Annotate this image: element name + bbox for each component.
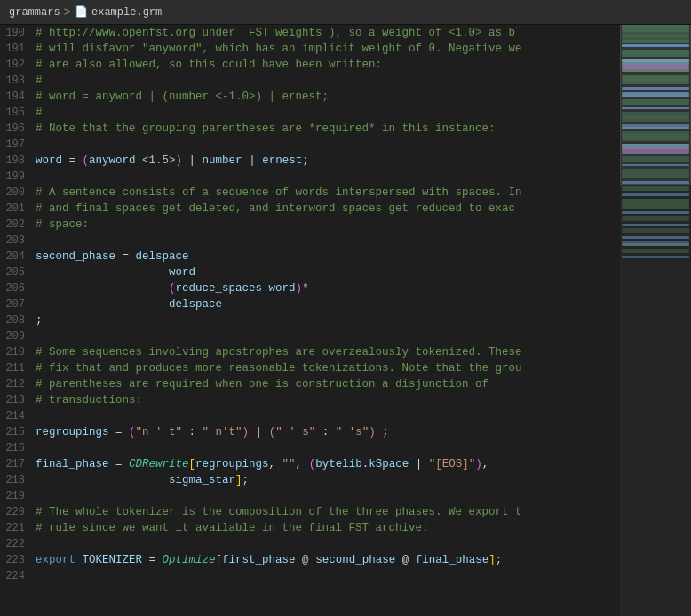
table-row: 196 # Note that the grouping parentheses…: [0, 121, 620, 137]
table-row: 224: [0, 568, 620, 584]
minimap-line: [622, 82, 689, 84]
minimap-line: [622, 102, 689, 105]
minimap-line: [622, 181, 689, 184]
table-row: 220 # The whole tokenizer is the composi…: [0, 504, 620, 520]
breadcrumb-separator: >: [64, 5, 71, 20]
titlebar: grammars > 📄 example.grm: [0, 0, 691, 25]
code-lines: 190 # http://www.openfst.org under FST w…: [0, 25, 620, 616]
minimap[interactable]: [620, 25, 691, 616]
code-editor[interactable]: 190 # http://www.openfst.org under FST w…: [0, 25, 620, 616]
minimap-line: [622, 40, 689, 43]
table-row: 197: [0, 137, 620, 153]
folder-name: grammars: [9, 6, 60, 19]
table-row: 201 # and final spaces get deleted, and …: [0, 201, 620, 217]
minimap-line: [622, 258, 689, 261]
table-row: 218 sigma_star];: [0, 472, 620, 488]
minimap-line: [622, 159, 689, 162]
table-row: 210 # Some sequences involving apostroph…: [0, 344, 620, 360]
table-row: 213 # transductions:: [0, 392, 620, 408]
minimap-line: [622, 107, 689, 109]
filename: example.grm: [91, 6, 162, 19]
table-row: 223 export TOKENIZER = Optimize[first_ph…: [0, 552, 620, 568]
minimap-line: [622, 69, 689, 72]
minimap-line: [622, 87, 689, 90]
table-row: 212 # parentheses are required when one …: [0, 376, 620, 392]
table-row: 219: [0, 488, 620, 504]
minimap-line: [622, 177, 689, 179]
minimap-line: [622, 193, 689, 196]
table-row: 217 final_phase = CDRewrite[regroupings,…: [0, 456, 620, 472]
table-row: 207 delspace: [0, 296, 620, 312]
table-row: 209: [0, 328, 620, 344]
minimap-line: [622, 251, 689, 254]
table-row: 198 word = (anyword <1.5>) | number | er…: [0, 153, 620, 169]
table-row: 216: [0, 440, 620, 456]
minimap-line: [622, 206, 689, 209]
table-row: 191 # will disfavor "anyword", which has…: [0, 41, 620, 57]
table-row: 214: [0, 408, 620, 424]
minimap-line: [622, 218, 689, 221]
table-row: 190 # http://www.openfst.org under FST w…: [0, 25, 620, 41]
file-icon: 📄: [75, 5, 88, 19]
table-row: 221 # rule since we want it available in…: [0, 520, 620, 536]
table-row: 193 #: [0, 73, 620, 89]
table-row: 204 second_phase = delspace: [0, 249, 620, 265]
table-row: 206 (reduce_spaces word)*: [0, 280, 620, 296]
minimap-line: [622, 236, 689, 239]
table-row: 208 ;: [0, 312, 620, 328]
table-row: 202 # space:: [0, 217, 620, 233]
table-row: 215 regroupings = ("n ' t" : " n't") | (…: [0, 424, 620, 440]
table-row: 195 #: [0, 105, 620, 121]
table-row: 200 # A sentence consists of a sequence …: [0, 185, 620, 201]
table-row: 194 # word = anyword | (number <-1.0>) |…: [0, 89, 620, 105]
main-window: grammars > 📄 example.grm 190 # http://ww…: [0, 0, 691, 616]
table-row: 211 # fix that and produces more reasona…: [0, 360, 620, 376]
minimap-line: [622, 243, 689, 246]
minimap-line: [622, 94, 689, 97]
minimap-line: [622, 189, 689, 192]
minimap-line: [622, 224, 689, 226]
minimap-line: [622, 164, 689, 167]
editor-area: 190 # http://www.openfst.org under FST w…: [0, 25, 691, 616]
minimap-line: [622, 211, 689, 214]
minimap-line: [622, 231, 689, 233]
table-row: 192 # are also allowed, so this could ha…: [0, 57, 620, 73]
table-row: 203: [0, 233, 620, 249]
table-row: 199: [0, 169, 620, 185]
breadcrumb: grammars > 📄 example.grm: [9, 5, 162, 20]
minimap-lines: [620, 25, 691, 616]
minimap-line: [622, 55, 689, 58]
minimap-line: [622, 44, 689, 47]
table-row: 222: [0, 536, 620, 552]
table-row: 205 word: [0, 265, 620, 280]
minimap-line: [622, 256, 689, 258]
minimap-line: [622, 119, 689, 122]
